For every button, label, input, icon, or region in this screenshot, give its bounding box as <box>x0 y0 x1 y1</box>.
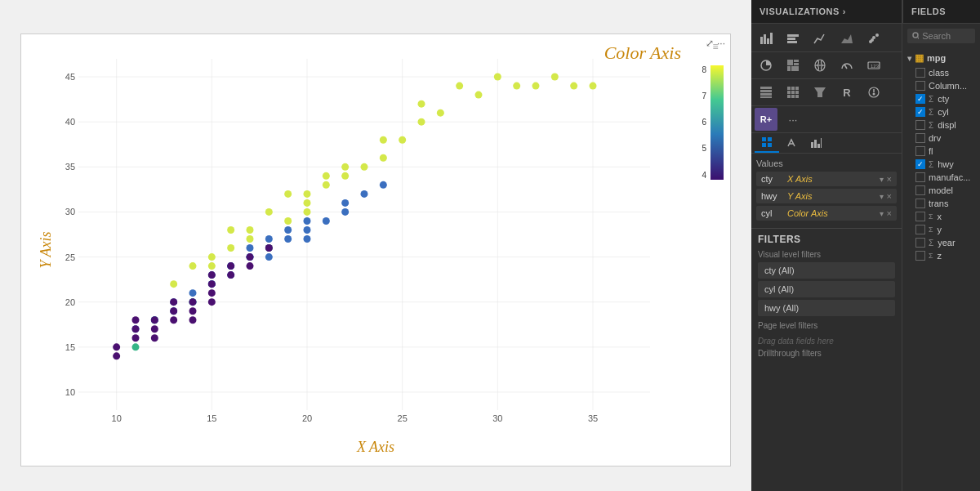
svg-marker-8 <box>841 34 853 43</box>
cty-filter-chip[interactable]: cty (All) <box>758 262 895 279</box>
field-trans[interactable]: trans <box>902 197 980 210</box>
viz-icon-custom[interactable] <box>862 81 885 104</box>
drag-handle[interactable]: ≡ <box>712 41 718 52</box>
viz-icon-treemap[interactable] <box>782 54 804 77</box>
y-checkbox[interactable] <box>915 225 925 234</box>
field-cyl[interactable]: ✓ Σ cyl <box>902 105 980 118</box>
field-displ[interactable]: Σ displ <box>902 118 980 132</box>
mpg-group-header[interactable]: ▾ ▦ mpg <box>902 50 980 66</box>
svg-point-40 <box>873 93 875 96</box>
svg-rect-49 <box>821 138 822 148</box>
fl-checkbox[interactable] <box>915 146 925 156</box>
viz-chevron[interactable]: › <box>843 7 846 16</box>
field-column[interactable]: Column... <box>902 79 980 92</box>
viz-icon-pie[interactable] <box>755 54 777 77</box>
x-field-remove[interactable]: × <box>887 174 892 184</box>
field-manufac-label: manufac... <box>929 172 970 182</box>
hwy-checkbox[interactable]: ✓ <box>915 159 925 169</box>
svg-rect-1 <box>760 37 763 44</box>
fields-panel-title: FIELDS <box>902 0 954 23</box>
field-drv[interactable]: drv <box>902 132 980 145</box>
viz-icon-more-options[interactable]: ··· <box>782 108 804 131</box>
field-hwy-label: hwy <box>938 159 954 169</box>
viz-icons-row1 <box>751 24 902 52</box>
tab-analytics[interactable] <box>804 133 828 153</box>
field-manufac[interactable]: manufac... <box>902 171 980 184</box>
displ-checkbox[interactable] <box>915 120 925 130</box>
legend-label-6: 6 <box>702 118 706 127</box>
field-class[interactable]: class <box>902 66 980 79</box>
svg-rect-25 <box>760 90 772 92</box>
displ-sigma: Σ <box>929 121 933 130</box>
viz-title-text: VISUALIZATIONS <box>760 7 840 16</box>
values-label: Values <box>756 158 897 168</box>
color-field-remove[interactable]: × <box>887 208 892 218</box>
right-panels: VISUALIZATIONS › <box>751 0 980 491</box>
viz-icon-map[interactable] <box>808 54 831 77</box>
manufac-checkbox[interactable] <box>915 172 925 182</box>
y-axis-label: Y Axis <box>38 231 55 268</box>
tab-fields[interactable] <box>755 133 779 153</box>
field-year[interactable]: Σ year <box>902 236 980 249</box>
viz-icon-table[interactable] <box>755 81 777 104</box>
field-cty[interactable]: ✓ Σ cty <box>902 92 980 105</box>
viz-icon-bar[interactable] <box>755 27 777 50</box>
field-drv-label: drv <box>929 133 941 143</box>
viz-icon-area[interactable] <box>835 27 858 50</box>
legend-label-4: 4 <box>702 171 706 180</box>
viz-icon-r[interactable]: R <box>835 81 858 104</box>
year-checkbox[interactable] <box>915 238 925 248</box>
field-x[interactable]: Σ x <box>902 210 980 223</box>
hwy-filter-chip[interactable]: hwy (All) <box>758 300 895 316</box>
filters-title: FILTERS <box>758 234 895 245</box>
field-model[interactable]: model <box>902 184 980 197</box>
search-box[interactable] <box>907 29 975 43</box>
tab-format[interactable] <box>779 133 804 153</box>
y-axis-field-row[interactable]: hwy Y Axis ▾ × <box>756 189 897 203</box>
viz-icon-bar2[interactable] <box>782 27 804 50</box>
viz-icon-active[interactable]: R+ <box>755 108 777 131</box>
svg-rect-32 <box>791 91 795 94</box>
column-checkbox[interactable] <box>915 81 925 91</box>
cyl-filter-chip[interactable]: cyl (All) <box>758 281 895 297</box>
model-checkbox[interactable] <box>915 185 925 195</box>
color-field-chevron[interactable]: ▾ <box>880 209 884 218</box>
color-axis-field-row[interactable]: cyl Color Axis ▾ × <box>756 206 897 221</box>
viz-panel-title: VISUALIZATIONS › <box>751 0 902 23</box>
field-y[interactable]: Σ y <box>902 223 980 236</box>
cyl-checkbox[interactable]: ✓ <box>915 107 925 117</box>
x-field-chevron[interactable]: ▾ <box>880 175 884 184</box>
svg-rect-46 <box>811 142 813 148</box>
viz-icon-matrix[interactable] <box>782 81 804 104</box>
field-fl[interactable]: fl <box>902 145 980 158</box>
cty-checkbox[interactable]: ✓ <box>915 94 925 104</box>
viz-icon-funnel[interactable] <box>808 81 831 104</box>
viz-icon-line[interactable] <box>808 27 831 50</box>
x-axis-field-row[interactable]: cty X Axis ▾ × <box>756 172 897 186</box>
z-checkbox[interactable] <box>915 251 925 261</box>
chart-toolbar: ≡ ⤢ ··· <box>706 38 725 49</box>
field-column-label: Column... <box>929 81 967 91</box>
class-checkbox[interactable] <box>915 68 925 78</box>
viz-icon-gauge[interactable] <box>835 54 858 77</box>
svg-rect-28 <box>787 87 791 90</box>
z-sigma: Σ <box>929 252 933 260</box>
drv-checkbox[interactable] <box>915 133 925 143</box>
viz-icon-scatter[interactable] <box>862 27 885 50</box>
visual-filters-label: Visual level filters <box>758 250 895 259</box>
svg-rect-44 <box>768 143 772 147</box>
svg-rect-17 <box>787 66 791 71</box>
mpg-group: ▾ ▦ mpg class Column... ✓ Σ <box>902 48 980 264</box>
trans-checkbox[interactable] <box>915 199 925 208</box>
cty-sigma: Σ <box>929 95 933 104</box>
x-checkbox[interactable] <box>915 212 925 221</box>
svg-rect-41 <box>762 137 766 141</box>
search-input[interactable] <box>922 31 970 41</box>
y-field-remove[interactable]: × <box>887 191 892 201</box>
field-hwy[interactable]: ✓ Σ hwy <box>902 158 980 171</box>
color-gradient-legend <box>710 65 724 180</box>
field-z[interactable]: Σ z <box>902 249 980 262</box>
svg-rect-0 <box>710 65 724 180</box>
y-field-chevron[interactable]: ▾ <box>880 192 884 201</box>
viz-icon-card[interactable]: 123 <box>862 54 885 77</box>
